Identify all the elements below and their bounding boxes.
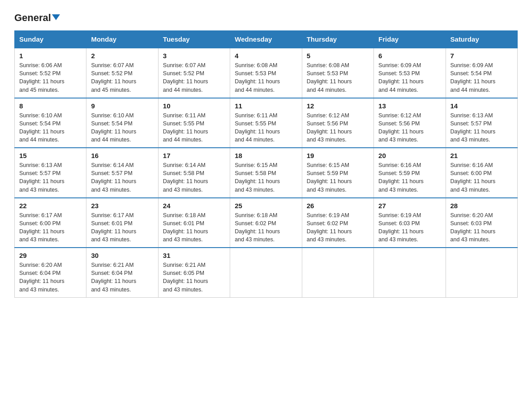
calendar-cell: 21 Sunrise: 6:16 AMSunset: 6:00 PMDaylig… xyxy=(446,148,517,198)
calendar-cell: 13 Sunrise: 6:12 AMSunset: 5:56 PMDaylig… xyxy=(374,98,446,148)
calendar-cell xyxy=(230,248,302,297)
day-info: Sunrise: 6:20 AMSunset: 6:03 PMDaylight:… xyxy=(450,211,513,244)
calendar-cell: 31 Sunrise: 6:21 AMSunset: 6:05 PMDaylig… xyxy=(158,248,230,297)
day-number: 18 xyxy=(235,152,297,159)
calendar-cell: 22 Sunrise: 6:17 AMSunset: 6:00 PMDaylig… xyxy=(15,198,86,248)
day-info: Sunrise: 6:20 AMSunset: 6:04 PMDaylight:… xyxy=(19,261,82,294)
day-info: Sunrise: 6:12 AMSunset: 5:56 PMDaylight:… xyxy=(378,111,441,144)
day-info: Sunrise: 6:19 AMSunset: 6:03 PMDaylight:… xyxy=(378,211,441,244)
calendar-cell: 15 Sunrise: 6:13 AMSunset: 5:57 PMDaylig… xyxy=(15,148,86,198)
day-info: Sunrise: 6:17 AMSunset: 6:01 PMDaylight:… xyxy=(91,211,153,244)
day-number: 10 xyxy=(163,102,225,110)
day-info: Sunrise: 6:16 AMSunset: 5:59 PMDaylight:… xyxy=(378,161,441,194)
day-info: Sunrise: 6:07 AMSunset: 5:52 PMDaylight:… xyxy=(91,61,153,94)
day-header-row: Sunday Monday Tuesday Wednesday Thursday… xyxy=(15,31,518,48)
day-info: Sunrise: 6:15 AMSunset: 5:59 PMDaylight:… xyxy=(307,161,369,194)
header-saturday: Saturday xyxy=(446,31,517,48)
day-info: Sunrise: 6:09 AMSunset: 5:53 PMDaylight:… xyxy=(378,61,441,94)
day-number: 12 xyxy=(307,102,369,110)
logo-general: General xyxy=(14,13,51,23)
calendar-cell: 10 Sunrise: 6:11 AMSunset: 5:55 PMDaylig… xyxy=(158,98,230,148)
day-info: Sunrise: 6:15 AMSunset: 5:58 PMDaylight:… xyxy=(235,161,297,194)
logo: General xyxy=(14,13,60,22)
day-info: Sunrise: 6:11 AMSunset: 5:55 PMDaylight:… xyxy=(235,111,297,144)
day-number: 4 xyxy=(235,52,297,60)
header-monday: Monday xyxy=(86,31,158,48)
day-number: 13 xyxy=(378,102,441,110)
day-number: 2 xyxy=(91,52,153,60)
calendar-cell: 5 Sunrise: 6:08 AMSunset: 5:53 PMDayligh… xyxy=(302,48,373,98)
day-info: Sunrise: 6:21 AMSunset: 6:04 PMDaylight:… xyxy=(91,261,153,294)
day-number: 23 xyxy=(91,202,153,210)
day-number: 30 xyxy=(91,252,153,259)
day-info: Sunrise: 6:10 AMSunset: 5:54 PMDaylight:… xyxy=(19,111,82,144)
day-number: 3 xyxy=(163,52,225,60)
calendar-cell: 25 Sunrise: 6:18 AMSunset: 6:02 PMDaylig… xyxy=(230,198,302,248)
day-info: Sunrise: 6:17 AMSunset: 6:00 PMDaylight:… xyxy=(19,211,82,244)
day-info: Sunrise: 6:18 AMSunset: 6:01 PMDaylight:… xyxy=(163,211,225,244)
calendar-cell: 29 Sunrise: 6:20 AMSunset: 6:04 PMDaylig… xyxy=(15,248,86,297)
calendar-cell xyxy=(302,248,373,297)
calendar-cell: 28 Sunrise: 6:20 AMSunset: 6:03 PMDaylig… xyxy=(446,198,517,248)
day-number: 16 xyxy=(91,152,153,159)
calendar-cell xyxy=(374,248,446,297)
calendar-cell xyxy=(446,248,517,297)
header-wednesday: Wednesday xyxy=(230,31,302,48)
day-number: 11 xyxy=(235,102,297,110)
calendar-cell: 8 Sunrise: 6:10 AMSunset: 5:54 PMDayligh… xyxy=(15,98,86,148)
calendar-cell: 11 Sunrise: 6:11 AMSunset: 5:55 PMDaylig… xyxy=(230,98,302,148)
week-row-5: 29 Sunrise: 6:20 AMSunset: 6:04 PMDaylig… xyxy=(15,248,518,297)
day-info: Sunrise: 6:18 AMSunset: 6:02 PMDaylight:… xyxy=(235,211,297,244)
calendar-cell: 17 Sunrise: 6:14 AMSunset: 5:58 PMDaylig… xyxy=(158,148,230,198)
calendar-table: Sunday Monday Tuesday Wednesday Thursday… xyxy=(14,30,518,298)
week-row-4: 22 Sunrise: 6:17 AMSunset: 6:00 PMDaylig… xyxy=(15,198,518,248)
day-number: 7 xyxy=(450,52,513,60)
day-number: 28 xyxy=(450,202,513,210)
day-info: Sunrise: 6:13 AMSunset: 5:57 PMDaylight:… xyxy=(450,111,513,144)
day-number: 21 xyxy=(450,152,513,159)
day-info: Sunrise: 6:06 AMSunset: 5:52 PMDaylight:… xyxy=(19,61,82,94)
calendar-cell: 9 Sunrise: 6:10 AMSunset: 5:54 PMDayligh… xyxy=(86,98,158,148)
day-info: Sunrise: 6:16 AMSunset: 6:00 PMDaylight:… xyxy=(450,161,513,194)
day-number: 29 xyxy=(19,252,82,259)
calendar-cell: 26 Sunrise: 6:19 AMSunset: 6:02 PMDaylig… xyxy=(302,198,373,248)
calendar-cell: 27 Sunrise: 6:19 AMSunset: 6:03 PMDaylig… xyxy=(374,198,446,248)
header-tuesday: Tuesday xyxy=(158,31,230,48)
logo-triangle-icon xyxy=(52,14,60,20)
day-number: 31 xyxy=(163,252,225,259)
calendar-cell: 30 Sunrise: 6:21 AMSunset: 6:04 PMDaylig… xyxy=(86,248,158,297)
day-number: 8 xyxy=(19,102,82,110)
day-number: 26 xyxy=(307,202,369,210)
header-thursday: Thursday xyxy=(302,31,373,48)
week-row-1: 1 Sunrise: 6:06 AMSunset: 5:52 PMDayligh… xyxy=(15,48,518,98)
day-number: 22 xyxy=(19,202,82,210)
day-number: 6 xyxy=(378,52,441,60)
calendar-cell: 2 Sunrise: 6:07 AMSunset: 5:52 PMDayligh… xyxy=(86,48,158,98)
header-friday: Friday xyxy=(374,31,446,48)
calendar-cell: 24 Sunrise: 6:18 AMSunset: 6:01 PMDaylig… xyxy=(158,198,230,248)
day-number: 14 xyxy=(450,102,513,110)
day-number: 1 xyxy=(19,52,82,60)
calendar-cell: 12 Sunrise: 6:12 AMSunset: 5:56 PMDaylig… xyxy=(302,98,373,148)
day-number: 27 xyxy=(378,202,441,210)
day-info: Sunrise: 6:13 AMSunset: 5:57 PMDaylight:… xyxy=(19,161,82,194)
calendar-cell: 20 Sunrise: 6:16 AMSunset: 5:59 PMDaylig… xyxy=(374,148,446,198)
week-row-2: 8 Sunrise: 6:10 AMSunset: 5:54 PMDayligh… xyxy=(15,98,518,148)
day-number: 15 xyxy=(19,152,82,159)
day-number: 24 xyxy=(163,202,225,210)
day-info: Sunrise: 6:14 AMSunset: 5:58 PMDaylight:… xyxy=(163,161,225,194)
calendar-cell: 1 Sunrise: 6:06 AMSunset: 5:52 PMDayligh… xyxy=(15,48,86,98)
day-number: 17 xyxy=(163,152,225,159)
day-number: 20 xyxy=(378,152,441,159)
calendar-cell: 3 Sunrise: 6:07 AMSunset: 5:52 PMDayligh… xyxy=(158,48,230,98)
day-info: Sunrise: 6:12 AMSunset: 5:56 PMDaylight:… xyxy=(307,111,369,144)
day-info: Sunrise: 6:21 AMSunset: 6:05 PMDaylight:… xyxy=(163,261,225,294)
calendar-cell: 14 Sunrise: 6:13 AMSunset: 5:57 PMDaylig… xyxy=(446,98,517,148)
calendar-cell: 19 Sunrise: 6:15 AMSunset: 5:59 PMDaylig… xyxy=(302,148,373,198)
day-number: 19 xyxy=(307,152,369,159)
day-info: Sunrise: 6:08 AMSunset: 5:53 PMDaylight:… xyxy=(235,61,297,94)
week-row-3: 15 Sunrise: 6:13 AMSunset: 5:57 PMDaylig… xyxy=(15,148,518,198)
day-info: Sunrise: 6:19 AMSunset: 6:02 PMDaylight:… xyxy=(307,211,369,244)
calendar-cell: 18 Sunrise: 6:15 AMSunset: 5:58 PMDaylig… xyxy=(230,148,302,198)
header-sunday: Sunday xyxy=(15,31,86,48)
